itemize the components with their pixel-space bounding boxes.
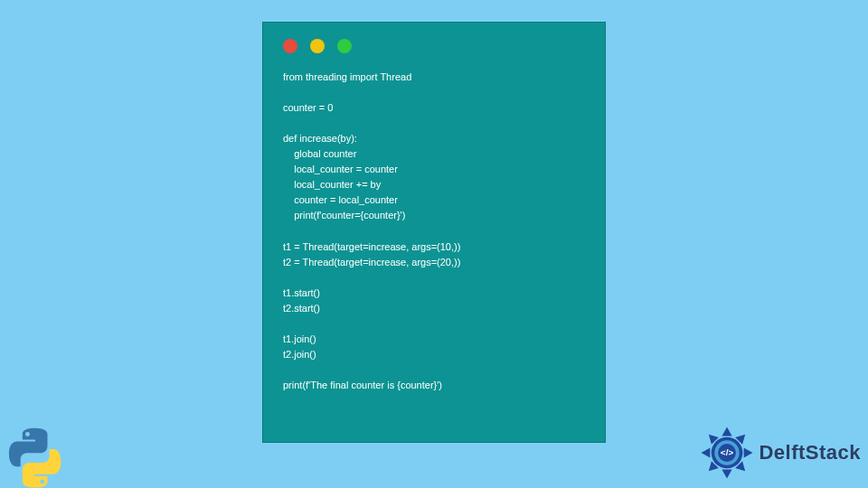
- svg-marker-6: [702, 447, 711, 457]
- svg-marker-0: [722, 427, 732, 436]
- close-icon: [283, 39, 297, 53]
- code-window: from threading import Thread counter = 0…: [262, 22, 606, 443]
- maximize-icon: [337, 39, 352, 53]
- svg-marker-4: [722, 470, 732, 479]
- python-logo-icon: [0, 423, 71, 488]
- svg-text:</>: </>: [721, 447, 734, 457]
- code-block: from threading import Thread counter = 0…: [283, 70, 585, 393]
- delftstack-logo: </> DelftStack: [699, 425, 861, 481]
- brand-name: DelftStack: [759, 441, 861, 465]
- window-traffic-lights: [283, 39, 585, 53]
- delftstack-badge-icon: </>: [699, 425, 755, 481]
- svg-marker-2: [744, 447, 753, 457]
- minimize-icon: [310, 39, 325, 53]
